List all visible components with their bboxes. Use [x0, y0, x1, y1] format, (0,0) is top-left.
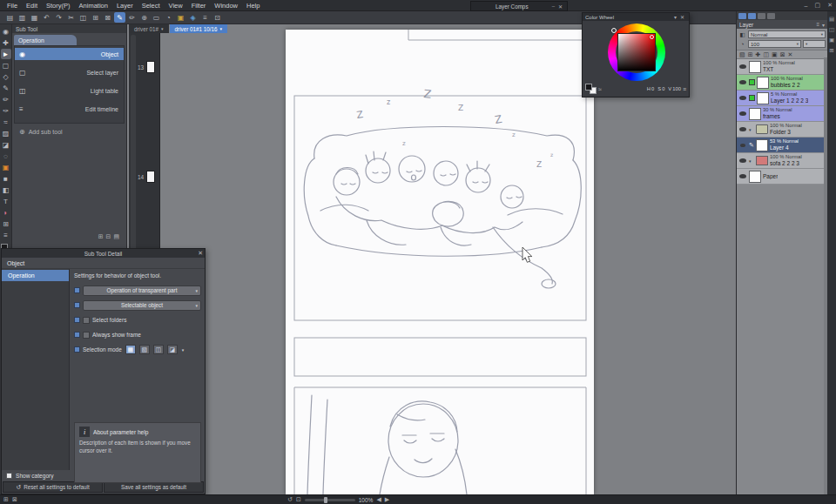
animation-tab-icon[interactable] [767, 13, 775, 19]
fit-to-screen-icon[interactable]: ⊡ [296, 496, 301, 503]
delete-layer-icon[interactable]: ✕ [788, 51, 793, 58]
next-page-icon[interactable]: ▶ [385, 496, 389, 503]
layer-mask-icon[interactable]: ▣ [772, 51, 778, 58]
layer-row-bubbles[interactable]: ✎ 100 % Normal bubbles 2 2 [737, 75, 827, 91]
blend-tool[interactable]: ◌ [1, 151, 11, 161]
menu-item[interactable]: File [3, 0, 22, 11]
page-thumbnail[interactable] [146, 171, 155, 183]
paste-icon[interactable]: ⊞ [90, 12, 101, 23]
canvas-page[interactable]: Z z Z Z Z z z Z z [286, 30, 594, 494]
transfer-layer-icon[interactable]: ◫ [763, 51, 769, 58]
add-subtool-row[interactable]: ⊕ Add sub tool [12, 124, 126, 136]
eye-icon[interactable] [739, 158, 746, 163]
menu-item[interactable]: Filter [187, 0, 211, 11]
subtool-item-light-table[interactable]: ◫ Light table [15, 84, 124, 97]
airbrush-tool[interactable]: ≈ [1, 117, 11, 127]
text-tool[interactable]: T [1, 196, 11, 206]
slider-mode-icon[interactable]: ≡ [683, 86, 686, 92]
menu-item[interactable]: View [165, 0, 187, 11]
subtool-menu-icon[interactable]: ▤ [113, 233, 119, 240]
selectable-object-dropdown[interactable]: Selectable object ▾ [83, 300, 201, 311]
eye-icon[interactable] [740, 144, 745, 147]
visibility-cell[interactable] [738, 64, 747, 69]
layer-thumbnail[interactable] [749, 108, 761, 120]
folder-expand-icon[interactable]: ▾ [749, 127, 754, 132]
param-indicator-icon[interactable] [74, 332, 80, 338]
color-swatches[interactable] [585, 84, 597, 94]
material-tab-icon[interactable]: ◫ [829, 26, 834, 33]
layer-panel-header[interactable]: Layer ≡ ▾ [737, 20, 827, 29]
search-layer-tab-icon[interactable] [758, 13, 765, 19]
blend-mode-dropdown[interactable]: Normal ▾ [748, 30, 826, 38]
collapse-icon[interactable]: ▾ [822, 22, 825, 28]
minimize-window-icon[interactable]: – [801, 3, 812, 9]
layer-thumbnail[interactable] [757, 92, 769, 104]
visibility-cell[interactable] [738, 80, 747, 84]
visibility-cell[interactable] [738, 144, 747, 147]
page-thumbnail[interactable] [146, 61, 155, 73]
navigator-tab-icon[interactable]: ▤ [829, 16, 834, 23]
grid-icon[interactable]: ▣ [175, 12, 186, 23]
selection-info-icon[interactable]: ⊠ [12, 496, 17, 503]
opacity-slider[interactable]: 100 ▾ [748, 40, 801, 48]
pen-tool[interactable]: ✎ [1, 83, 11, 93]
redo-icon[interactable]: ↷ [53, 12, 64, 23]
layer-comps-panel[interactable]: Layer Comps – ✕ [470, 1, 568, 11]
add-subtool-icon[interactable]: ⊞ [98, 233, 104, 240]
cut-icon[interactable]: ✂ [65, 12, 77, 23]
layer-tab-icon[interactable] [738, 13, 746, 19]
param-indicator-icon[interactable] [74, 287, 80, 293]
delete-subtool-icon[interactable]: ⊟ [106, 233, 111, 240]
color-wheel-title-bar[interactable]: Color Wheel ▾ ✕ [583, 13, 689, 21]
page-row[interactable]: 13 [138, 61, 155, 73]
subtool-group-tab[interactable]: Operation [14, 35, 77, 45]
subtool-item-edit-timeline[interactable]: ≡ Edit timeline [15, 103, 124, 115]
subtool-item-object[interactable]: ◉ Object [15, 48, 124, 60]
eraser-tool[interactable]: ◪ [1, 139, 11, 150]
apply-mask-icon[interactable]: ⊠ [780, 51, 785, 58]
rotate-reset-icon[interactable]: ↺ [287, 496, 293, 503]
eye-icon[interactable] [739, 127, 746, 131]
folder-expand-icon[interactable]: ▾ [749, 158, 754, 164]
close-icon[interactable]: ✕ [678, 14, 686, 20]
layer-row-frames[interactable]: ✎ 30 % Normal frames [737, 106, 827, 122]
menu-item[interactable]: Edit [22, 0, 42, 11]
close-icon[interactable]: ✕ [556, 3, 564, 10]
layer-thumbnail[interactable] [757, 77, 769, 89]
zoom-slider-thumb[interactable] [324, 497, 327, 503]
transparent-part-dropdown[interactable]: Operation of transparent part ▾ [83, 286, 201, 296]
eye-icon[interactable] [739, 96, 746, 100]
close-icon[interactable]: ✕ [198, 249, 203, 258]
workspace-icon[interactable]: ⊡ [212, 12, 223, 23]
view-fit-icon[interactable]: ▭ [151, 12, 162, 23]
always-show-frame-checkbox[interactable] [83, 332, 90, 339]
canvas-settings-icon[interactable]: ⊞ [3, 496, 9, 503]
eye-icon[interactable] [739, 111, 746, 116]
balloon-tool[interactable]: ◗ [1, 207, 11, 218]
visibility-cell[interactable] [738, 174, 747, 178]
menu-item[interactable]: Select [138, 0, 165, 11]
menu-item[interactable]: Help [242, 0, 264, 11]
information-tab-icon[interactable]: ⊞ [829, 47, 833, 54]
open-file-icon[interactable]: ▥ [17, 12, 28, 23]
command-bar-settings-icon[interactable]: ≡ [199, 12, 211, 23]
layer-row-txt[interactable]: ✎ 100 % Normal TXT [737, 59, 827, 75]
decoration-tool[interactable]: ▨ [1, 128, 11, 138]
main-color-swatch[interactable] [585, 84, 592, 91]
close-window-icon[interactable]: ✕ [824, 2, 836, 9]
selection-mode-partial-icon[interactable]: ◪ [167, 345, 178, 354]
sv-marker[interactable] [650, 35, 654, 39]
delete-icon[interactable]: ⊠ [102, 12, 113, 23]
layer-thumbnail[interactable] [756, 124, 768, 134]
gradient-tool[interactable]: ■ [1, 173, 11, 184]
zoom-tool[interactable]: ◉ [1, 26, 11, 37]
pencil-tool[interactable]: ✏ [1, 94, 11, 104]
selection-mode-add-icon[interactable]: ▧ [139, 345, 150, 354]
select-folders-checkbox[interactable] [83, 317, 90, 324]
page-row[interactable]: 14 [138, 171, 155, 183]
visibility-cell[interactable] [738, 158, 747, 163]
new-layer-icon[interactable]: ▧ [739, 51, 745, 58]
doc-tab-page[interactable]: driver 01#1 10/16 ▾ [170, 24, 228, 33]
eye-icon[interactable] [739, 174, 746, 178]
combine-layer-icon[interactable]: ✚ [756, 51, 761, 58]
